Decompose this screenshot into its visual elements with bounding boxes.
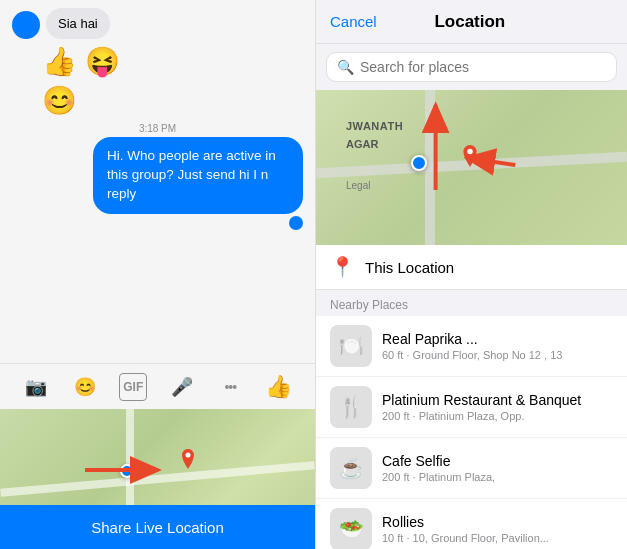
location-header: Cancel Location: [316, 0, 627, 44]
place-name: Platinium Restaurant & Banquet: [382, 392, 613, 408]
incoming-bubble: Sia hai: [46, 8, 110, 39]
place-name: Real Paprika ...: [382, 331, 613, 347]
place-info: Rollies 10 ft · 10, Ground Floor, Pavili…: [382, 514, 613, 544]
cancel-button[interactable]: Cancel: [330, 13, 377, 30]
more-icon[interactable]: •••: [216, 373, 244, 401]
message-timestamp: 3:18 PM: [139, 123, 176, 134]
place-thumbnail: 🍴: [330, 386, 372, 428]
pin-icon: 📍: [330, 255, 355, 279]
place-info: Platinium Restaurant & Banquet 200 ft · …: [382, 392, 613, 422]
emoji-row-2: 😊: [12, 84, 303, 117]
like-icon[interactable]: 👍: [265, 373, 293, 401]
svg-point-0: [186, 453, 191, 458]
map-bottom[interactable]: Farki Lassi: [0, 409, 315, 549]
place-item[interactable]: 🥗 Rollies 10 ft · 10, Ground Floor, Pavi…: [316, 499, 627, 549]
place-sub: 200 ft · Platinum Plaza,: [382, 471, 613, 483]
place-list: 🍽️ Real Paprika ... 60 ft · Ground Floor…: [316, 316, 627, 549]
place-sub: 10 ft · 10, Ground Floor, Pavilion...: [382, 532, 613, 544]
place-item[interactable]: 🍴 Platinium Restaurant & Banquet 200 ft …: [316, 377, 627, 438]
place-item[interactable]: ☕ Cafe Selfie 200 ft · Platinum Plaza,: [316, 438, 627, 499]
emoji-icon[interactable]: 😊: [71, 373, 99, 401]
emoji-row: 👍 😝: [12, 45, 303, 78]
search-bar[interactable]: 🔍: [326, 52, 617, 82]
place-thumbnail: ☕: [330, 447, 372, 489]
emoji-thumbs-up: 👍: [42, 45, 77, 78]
this-location-item[interactable]: 📍 This Location: [316, 245, 627, 290]
microphone-icon[interactable]: 🎤: [168, 373, 196, 401]
place-sub: 200 ft · Platinium Plaza, Opp.: [382, 410, 613, 422]
share-live-location-button[interactable]: Share Live Location: [0, 505, 315, 549]
search-icon: 🔍: [337, 59, 354, 75]
this-location-label: This Location: [365, 259, 454, 276]
left-panel: Sia hai 👍 😝 😊 3:18 PM Hi. Who people are…: [0, 0, 315, 549]
search-input[interactable]: [360, 59, 606, 75]
nearby-places-header: Nearby Places: [316, 290, 627, 316]
emoji-tongue: 😝: [85, 45, 120, 78]
place-name: Cafe Selfie: [382, 453, 613, 469]
read-receipt: [289, 216, 303, 230]
place-info: Real Paprika ... 60 ft · Ground Floor, S…: [382, 331, 613, 361]
map-top[interactable]: JWANATH AGAR Legal: [316, 90, 627, 245]
map-pin-top: [461, 145, 479, 171]
svg-point-3: [467, 149, 473, 155]
map-area-label2: AGAR: [346, 138, 378, 150]
outgoing-bubble: Hi. Who people are active in this group?…: [93, 137, 303, 214]
place-sub: 60 ft · Ground Floor, Shop No 12 , 13: [382, 349, 613, 361]
map-legal-label: Legal: [346, 180, 370, 191]
place-name: Rollies: [382, 514, 613, 530]
place-thumbnail: 🥗: [330, 508, 372, 549]
chat-area: Sia hai 👍 😝 😊 3:18 PM Hi. Who people are…: [0, 0, 315, 363]
right-panel: Cancel Location 🔍 JWANATH AGAR Legal: [315, 0, 627, 549]
map-pin: [180, 449, 196, 473]
place-info: Cafe Selfie 200 ft · Platinum Plaza,: [382, 453, 613, 483]
place-thumbnail: 🍽️: [330, 325, 372, 367]
place-item[interactable]: 🍽️ Real Paprika ... 60 ft · Ground Floor…: [316, 316, 627, 377]
arrow-annotation: [80, 450, 170, 494]
gif-icon[interactable]: GIF: [119, 373, 147, 401]
location-title: Location: [434, 12, 505, 32]
map-area-label1: JWANATH: [346, 120, 403, 132]
message-toolbar: 📷 😊 GIF 🎤 ••• 👍: [0, 363, 315, 409]
outgoing-message: 3:18 PM Hi. Who people are active in thi…: [12, 123, 303, 230]
map-blue-dot-top: [411, 155, 427, 171]
emoji-smile: 😊: [42, 84, 77, 117]
camera-icon[interactable]: 📷: [22, 373, 50, 401]
incoming-message: Sia hai: [12, 8, 303, 39]
